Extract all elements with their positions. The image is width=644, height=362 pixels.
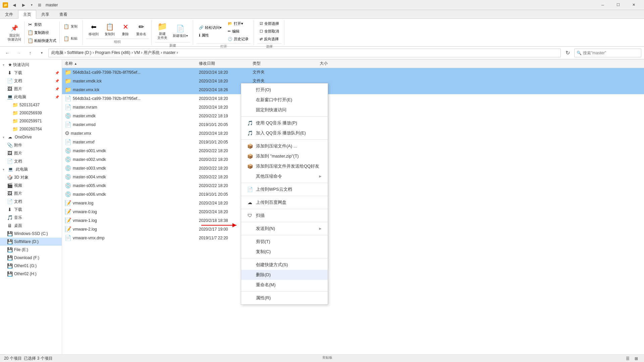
- sidebar-item-2000260764[interactable]: 📁 2000260764: [0, 125, 62, 133]
- table-row[interactable]: 📝 vmware.log 2020/2/24 18:20 文本文档: [62, 199, 644, 207]
- sidebar-item-docs[interactable]: 📄 文档 📌: [0, 77, 62, 85]
- tab-file[interactable]: 文件: [0, 10, 18, 19]
- minimize-btn[interactable]: ─: [595, 0, 610, 10]
- btn-new-folder[interactable]: 📁 新建文件夹: [155, 20, 170, 42]
- sidebar-item-3dobjects[interactable]: 🎲 3D 对象: [0, 173, 62, 181]
- sidebar-item-attachment[interactable]: 📎 附件: [0, 141, 62, 149]
- btn-delete[interactable]: ✕ 删除: [118, 20, 132, 38]
- ctx-add-qq-playlist[interactable]: 🎵 加入 QQ音乐 播放队列(E): [241, 128, 328, 138]
- btn-easy-access[interactable]: 🔗 轻松访问▾: [197, 24, 224, 31]
- ctx-scan[interactable]: 🛡 扫描: [241, 210, 328, 221]
- ctx-upload-baidu[interactable]: ☁ 上传到百度网盘: [241, 197, 328, 207]
- sidebar-item-docs2[interactable]: 📄 文档: [0, 197, 62, 205]
- titlebar-pin-btn[interactable]: ⊞: [36, 1, 44, 9]
- quickaccess-header[interactable]: ▾ ★ 快速访问: [0, 61, 62, 69]
- sidebar-item-desktop[interactable]: 🖥 桌面: [0, 222, 62, 230]
- nav-forward-btn[interactable]: →: [14, 48, 23, 58]
- ctx-add-masterzip[interactable]: 📦 添加到 "master.zip"(T): [241, 151, 328, 161]
- table-row[interactable]: 💿 master-s005.vmdk 2020/2/22 18:20 VMwar…: [62, 181, 644, 190]
- btn-select-all[interactable]: ☑ 全部选择: [257, 20, 281, 27]
- btn-copy-path[interactable]: 📋复制路径: [25, 29, 59, 36]
- sidebar-item-download[interactable]: ⬇ 下载 📌: [0, 69, 62, 77]
- ctx-delete[interactable]: 删除(D): [241, 270, 328, 280]
- table-row[interactable]: 📁 564db3a1-ca99-7398-782b-8f7f95ef... 20…: [62, 68, 644, 77]
- ctx-copy[interactable]: 复制(C): [241, 247, 328, 257]
- search-input[interactable]: [583, 51, 639, 55]
- tab-share[interactable]: 共享: [36, 10, 54, 19]
- btn-invert-select[interactable]: ⇄ 反向选择: [257, 36, 281, 43]
- ctx-add-zip[interactable]: 📦 添加到压缩文件(A) ...: [241, 141, 328, 151]
- titlebar-forward-btn[interactable]: ▶: [19, 1, 28, 9]
- ctx-open-new-window[interactable]: 在新窗口中打开(E): [241, 95, 328, 105]
- sidebar-item-thispc[interactable]: 💻 此电脑 📌: [0, 93, 62, 101]
- table-row[interactable]: 📄 master.vmxf 2019/10/1 20:05 VMware 组成员: [62, 138, 644, 146]
- btn-copy-to[interactable]: 📋 复制到: [102, 20, 117, 38]
- table-row[interactable]: 📝 vmware-0.log 2020/2/24 18:20 文本文档: [62, 207, 644, 216]
- btn-paste-shortcut[interactable]: 📋粘贴快捷方式: [25, 37, 59, 44]
- nav-recent-btn[interactable]: ▾: [37, 48, 46, 58]
- ctx-other-compress[interactable]: 其他压缩命令 ►: [241, 171, 328, 181]
- col-header-size[interactable]: 大小: [297, 61, 330, 66]
- table-row[interactable]: 💿 master-s006.vmdk 2019/10/1 20:05 VMwar…: [62, 190, 644, 199]
- sidebar-item-videos[interactable]: 🎬 视频: [0, 181, 62, 189]
- sidebar-item-other01[interactable]: 💾 Other01 (G:): [0, 262, 62, 270]
- table-row[interactable]: 📝 vmware-1.log 2020/2/18 18:38 文本文档: [62, 216, 644, 225]
- ctx-open[interactable]: 打开(O): [241, 85, 328, 95]
- table-row[interactable]: 📁 master.vmx.lck 2020/2/24 18:26 文件夹: [62, 85, 644, 94]
- sidebar-item-pics2[interactable]: 🖼 图片: [0, 189, 62, 197]
- btn-new-item[interactable]: 📄 新建项目▾: [170, 22, 190, 40]
- ctx-pin-quick[interactable]: 固定到快速访问: [241, 105, 328, 115]
- btn-history[interactable]: 🕐 历史记录: [225, 36, 251, 43]
- btn-select-none[interactable]: ☐ 全部取消: [257, 28, 281, 35]
- table-row[interactable]: 💿 master.vmdk 2020/2/22 18:19 VMware 虚拟磁…: [62, 112, 644, 120]
- sidebar-item-2000259971[interactable]: 📁 2000259971: [0, 117, 62, 125]
- table-row[interactable]: 📄 vmware-vmx.dmp 2019/11/7 22:20 DMP 文件: [62, 234, 644, 242]
- nav-up-btn[interactable]: ↑: [25, 48, 35, 58]
- table-row[interactable]: 📁 master.vmdk.lck 2020/2/24 18:20 文件夹: [62, 77, 644, 85]
- table-row[interactable]: 📄 564db3a1-ca99-7398-782b-8f7f95ef... 20…: [62, 94, 644, 103]
- ctx-send-to[interactable]: 发送到(N) ►: [241, 224, 328, 234]
- titlebar-down-btn[interactable]: ▾: [29, 1, 34, 9]
- tab-home[interactable]: 主页: [18, 10, 36, 19]
- btn-edit[interactable]: ✏ 编辑: [225, 28, 251, 35]
- tab-view[interactable]: 查看: [54, 10, 72, 19]
- refresh-btn[interactable]: ↻: [563, 48, 572, 58]
- ctx-create-shortcut[interactable]: 创建快捷方式(S): [241, 260, 328, 270]
- onedrive-header[interactable]: ▾ ☁ OneDrive: [0, 133, 62, 141]
- titlebar-back-btn[interactable]: ◀: [10, 1, 18, 9]
- sidebar-item-download-f[interactable]: 💾 Download (F:): [0, 254, 62, 262]
- nav-back-btn[interactable]: ←: [3, 48, 12, 58]
- breadcrumb[interactable]: 此电脑 › SoftWare (D:) › Program Files (x86…: [48, 49, 561, 57]
- sidebar-item-music[interactable]: 🎵 音乐: [0, 214, 62, 222]
- sidebar-item-onedrive-pics[interactable]: 🖼 图片: [0, 149, 62, 157]
- btn-paste[interactable]: 📋 粘贴: [60, 33, 80, 44]
- sidebar-item-software-d[interactable]: 💾 SoftWare (D:): [0, 238, 62, 246]
- ctx-upload-wps[interactable]: 📄 上传到WPS云文档: [241, 184, 328, 194]
- ctx-rename[interactable]: 重命名(M): [241, 280, 328, 290]
- table-row[interactable]: ⚙ master.vmx 2020/2/24 18:20 VMware 虚拟机.…: [62, 129, 644, 138]
- btn-open[interactable]: 📂 打开▾: [225, 20, 251, 27]
- table-row[interactable]: 📝 vmware-2.log 2020/2/17 19:00 文本文档: [62, 225, 644, 234]
- table-row[interactable]: 💿 master-s003.vmdk 2020/2/22 18:20 VMwar…: [62, 164, 644, 173]
- btn-cut[interactable]: ✂剪切: [25, 21, 59, 28]
- sidebar-item-onedrive-docs[interactable]: 📄 文档: [0, 157, 62, 165]
- btn-pin-quick-access[interactable]: 📌 固定到快速访问: [5, 20, 23, 45]
- sidebar-item-pics[interactable]: 🖼 图片 📌: [0, 85, 62, 93]
- sidebar-item-windows-ssd[interactable]: 💾 Windows-SSD (C:): [0, 230, 62, 238]
- btn-rename[interactable]: ✏ 重命名: [134, 20, 149, 38]
- btn-copy[interactable]: 📋 复制: [60, 21, 80, 32]
- close-btn[interactable]: ✕: [626, 0, 641, 10]
- sidebar-item-other02[interactable]: 💾 Other02 (H:): [0, 270, 62, 278]
- sidebar-item-downloads2[interactable]: ⬇ 下载: [0, 205, 62, 214]
- col-header-type[interactable]: 类型: [250, 61, 297, 66]
- ctx-add-zip-send-qq[interactable]: 📦 添加到压缩文件并发送给QQ好友: [241, 161, 328, 171]
- sidebar-item-2000256939[interactable]: 📁 2000256939: [0, 109, 62, 117]
- sidebar-item-520131437[interactable]: 📁 520131437: [0, 101, 62, 109]
- col-header-date[interactable]: 修改日期: [196, 61, 250, 66]
- table-row[interactable]: 💿 master-s004.vmdk 2020/2/22 18:20 VMwar…: [62, 173, 644, 181]
- btn-properties[interactable]: ℹ 属性: [197, 32, 224, 39]
- thispc-header[interactable]: ▾ 💻 此电脑: [0, 165, 62, 173]
- table-row[interactable]: 💿 master-s001.vmdk 2020/2/22 18:20 VMwar…: [62, 146, 644, 155]
- col-header-name[interactable]: 名称 ▲: [62, 61, 196, 66]
- table-row[interactable]: 📄 master.nvram 2020/2/24 18:20 VMware 虚拟…: [62, 103, 644, 112]
